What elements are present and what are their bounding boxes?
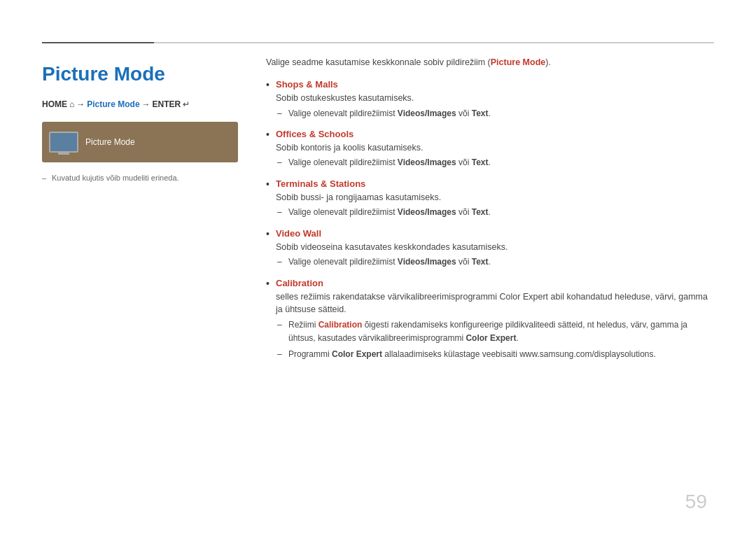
calibration-title: Calibration (276, 278, 714, 288)
preview-label: Picture Mode (85, 137, 135, 147)
terminals-stations-desc: Sobib bussi- ja rongijaamas kasutamiseks… (276, 191, 714, 204)
color-expert-bold3: Color Expert (332, 349, 382, 359)
page-number: 59 (685, 491, 707, 513)
calibration-desc: selles režiimis rakendatakse värvikalibr… (276, 290, 714, 317)
calibration-sub-item1: Režiimi Calibration õigesti rakendamisek… (276, 318, 714, 345)
text-bold3: Text (472, 207, 489, 217)
breadcrumb-home-label: HOME (42, 99, 67, 109)
breadcrumb-home-icon: ⌂ (69, 99, 74, 109)
left-column: Picture Mode HOME ⌂ → Picture Mode → ENT… (42, 56, 238, 182)
video-wall-sub-item: Valige olenevalt pildirežiimist Videos/I… (276, 255, 714, 269)
videos-images-bold3: Videos/Images (398, 207, 456, 217)
right-column: Valige seadme kasutamise keskkonnale sob… (266, 56, 714, 370)
shops-malls-title: Shops & Malls (276, 79, 714, 90)
terminals-stations-sub: Valige olenevalt pildirežiimist Videos/I… (276, 206, 714, 219)
calibration-sub: Režiimi Calibration õigesti rakendamisek… (276, 318, 714, 362)
breadcrumb-picture-mode: Picture Mode (87, 99, 139, 109)
offices-schools-sub-item: Valige olenevalt pildirežiimist Videos/I… (276, 156, 714, 169)
preview-box: Picture Mode (42, 122, 238, 162)
shops-malls-sub-item: Valige olenevalt pildirežiimist Videos/I… (276, 107, 714, 120)
videos-images-bold4: Videos/Images (398, 257, 456, 267)
breadcrumb-arrow1: → (76, 99, 85, 109)
shops-malls-sub: Valige olenevalt pildirežiimist Videos/I… (276, 107, 714, 120)
breadcrumb: HOME ⌂ → Picture Mode → ENTER ↵ (42, 99, 238, 109)
section-calibration: Calibration selles režiimis rakendatakse… (266, 278, 714, 362)
top-border-accent (42, 42, 154, 43)
page-title: Picture Mode (42, 63, 238, 85)
offices-schools-desc: Sobib kontoris ja koolis kasutamiseks. (276, 141, 714, 155)
text-bold2: Text (472, 157, 489, 167)
intro-text: Valige seadme kasutamise keskkonnale sob… (266, 56, 714, 69)
calibration-sub-item2: Programmi Color Expert allalaadimiseks k… (276, 348, 714, 361)
section-video-wall: Video Wall Sobib videoseina kasutavates … (266, 228, 714, 269)
video-wall-title: Video Wall (276, 228, 714, 239)
section-shops-malls: Shops & Malls Sobib ostukeskustes kasuta… (266, 79, 714, 120)
videos-images-bold: Videos/Images (398, 108, 456, 118)
intro-close: ). (545, 57, 551, 67)
intro-text-main: Valige seadme kasutamise keskkonnale sob… (266, 57, 491, 67)
preview-screen (49, 132, 78, 153)
section-list: Shops & Malls Sobib ostukeskustes kasuta… (266, 79, 714, 362)
color-expert-bold2: Color Expert (465, 333, 516, 343)
intro-picture-mode: Picture Mode (491, 57, 546, 67)
video-wall-desc: Sobib videoseina kasutavates keskkondade… (276, 241, 714, 254)
terminals-stations-title: Terminals & Stations (276, 178, 714, 189)
color-expert-bold: Color Expert (500, 292, 548, 302)
calibration-word: Calibration (318, 320, 363, 330)
shops-malls-desc: Sobib ostukeskustes kasutamiseks. (276, 92, 714, 105)
offices-schools-sub: Valige olenevalt pildirežiimist Videos/I… (276, 156, 714, 169)
breadcrumb-enter-label: ENTER (153, 99, 181, 109)
left-note: Kuvatud kujutis võib mudeliti erineda. (42, 174, 238, 182)
video-wall-sub: Valige olenevalt pildirežiimist Videos/I… (276, 255, 714, 269)
videos-images-bold2: Videos/Images (398, 157, 456, 167)
terminals-stations-sub-item: Valige olenevalt pildirežiimist Videos/I… (276, 206, 714, 219)
section-offices-schools: Offices & Schools Sobib kontoris ja kool… (266, 129, 714, 170)
text-bold: Text (472, 108, 489, 118)
offices-schools-title: Offices & Schools (276, 129, 714, 139)
breadcrumb-arrow2: → (142, 99, 150, 109)
breadcrumb-enter-icon: ↵ (183, 99, 190, 109)
text-bold4: Text (472, 257, 489, 267)
section-terminals-stations: Terminals & Stations Sobib bussi- ja ron… (266, 178, 714, 220)
